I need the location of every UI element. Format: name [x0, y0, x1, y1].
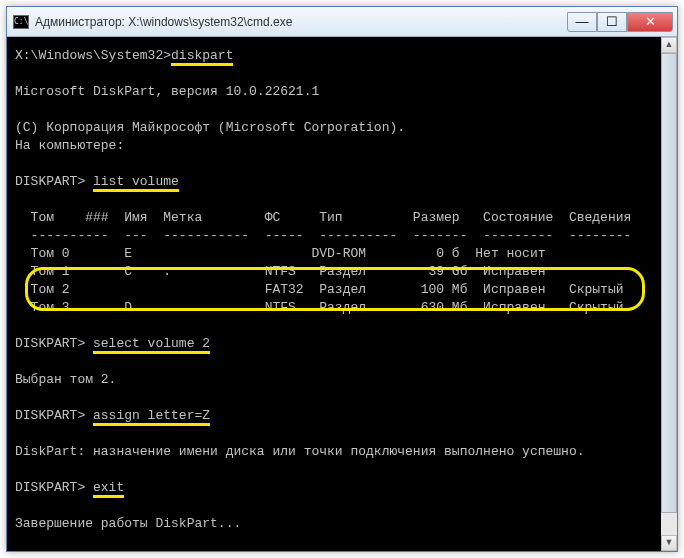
minimize-button[interactable]: — — [567, 12, 597, 32]
prompt-line: X:\Windows\System32>diskpart — [15, 47, 669, 65]
scroll-down-button[interactable]: ▼ — [661, 535, 677, 551]
prompt-line: DISKPART> list volume — [15, 173, 669, 191]
maximize-button[interactable]: ☐ — [597, 12, 627, 32]
diskpart-prompt: DISKPART> — [15, 174, 93, 189]
table-row: Том 0 E DVD-ROM 0 б Нет носит — [15, 245, 669, 263]
cmd-icon: C:\ — [13, 15, 29, 29]
diskpart-prompt: DISKPART> — [15, 336, 93, 351]
scroll-up-button[interactable]: ▲ — [661, 37, 677, 53]
output-line: Завершение работы DiskPart... — [15, 515, 669, 533]
cmd-select-volume: select volume 2 — [93, 336, 210, 354]
output-line: Microsoft DiskPart, версия 10.0.22621.1 — [15, 83, 669, 101]
diskpart-prompt: DISKPART> — [15, 408, 93, 423]
table-row: Том 1 C . NTFS Раздел 39 Gб Исправен — [15, 263, 669, 281]
output-line: DiskPart: назначение имени диска или точ… — [15, 443, 669, 461]
output-line: На компьютере: — [15, 137, 669, 155]
window-title: Администратор: X:\windows\system32\cmd.e… — [35, 15, 567, 29]
table-row: Том 3 D NTFS Раздел 630 Мб Исправен Скры… — [15, 299, 669, 317]
table-header: Том ### Имя Метка ФС Тип Размер Состояни… — [15, 209, 669, 227]
titlebar[interactable]: C:\ Администратор: X:\windows\system32\c… — [7, 7, 677, 37]
prompt-line: DISKPART> assign letter=Z — [15, 407, 669, 425]
terminal-output[interactable]: X:\Windows\System32>diskpart Microsoft D… — [7, 37, 677, 551]
table-row: Том 2 FAT32 Раздел 100 Мб Исправен Скрыт… — [15, 281, 669, 299]
cmd-assign-letter: assign letter=Z — [93, 408, 210, 426]
cmd-exit: exit — [93, 480, 124, 498]
close-button[interactable]: ✕ — [627, 12, 673, 32]
scroll-thumb[interactable] — [661, 53, 677, 513]
cmd-window: C:\ Администратор: X:\windows\system32\c… — [6, 6, 678, 552]
vertical-scrollbar[interactable]: ▲ ▼ — [661, 37, 677, 551]
prompt-line: DISKPART> exit — [15, 479, 669, 497]
output-line: (C) Корпорация Майкрософт (Microsoft Cor… — [15, 119, 669, 137]
output-line: Выбран том 2. — [15, 371, 669, 389]
window-controls: — ☐ ✕ — [567, 12, 673, 32]
prompt-line: DISKPART> select volume 2 — [15, 335, 669, 353]
cmd-list-volume: list volume — [93, 174, 179, 192]
prompt: X:\Windows\System32> — [15, 48, 171, 63]
diskpart-prompt: DISKPART> — [15, 480, 93, 495]
table-divider: ---------- --- ----------- ----- -------… — [15, 227, 669, 245]
cmd-diskpart: diskpart — [171, 48, 233, 66]
